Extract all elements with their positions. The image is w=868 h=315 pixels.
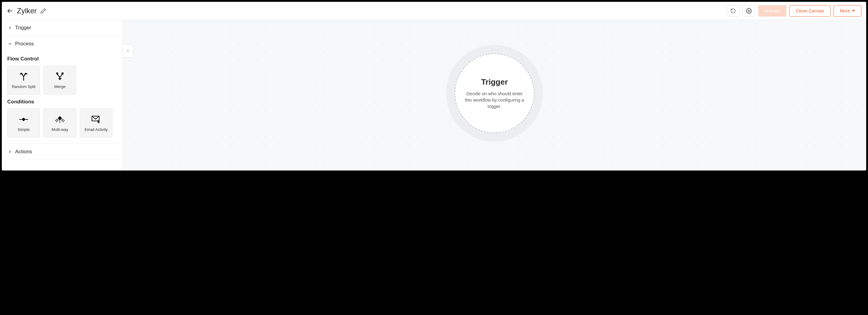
tile-merge[interactable]: Merge bbox=[43, 66, 76, 95]
edit-title-button[interactable] bbox=[40, 8, 46, 14]
section-trigger-label: Trigger bbox=[15, 25, 31, 31]
svg-point-14 bbox=[98, 121, 99, 122]
workflow-title: Zylker bbox=[17, 7, 37, 15]
conditions-row: Simple Multi-way Email Activity bbox=[7, 108, 117, 137]
close-canvas-label: Close Canvas bbox=[796, 8, 824, 13]
simple-condition-icon bbox=[19, 115, 28, 124]
section-actions-label: Actions bbox=[15, 149, 32, 155]
activate-label: Activate bbox=[764, 8, 780, 13]
process-content: Flow Control Random Split Merge bbox=[2, 56, 123, 144]
chevron-right-icon bbox=[8, 26, 12, 30]
tile-simple-label: Simple bbox=[18, 127, 30, 132]
svg-line-12 bbox=[62, 119, 64, 121]
tile-multi-way[interactable]: Multi-way bbox=[43, 108, 76, 137]
more-button[interactable]: More bbox=[834, 5, 861, 17]
multi-way-icon bbox=[55, 115, 65, 124]
section-trigger[interactable]: Trigger bbox=[2, 20, 123, 36]
tile-random-split-label: Random Split bbox=[12, 84, 35, 89]
flow-control-heading: Flow Control bbox=[7, 56, 117, 62]
svg-marker-6 bbox=[22, 118, 25, 121]
tile-random-split[interactable]: Random Split bbox=[7, 66, 40, 95]
app-frame: Zylker Activate Close Canvas More bbox=[2, 2, 866, 170]
activate-button[interactable]: Activate bbox=[758, 5, 786, 17]
body: Trigger Process Flow Control Random Spli… bbox=[2, 20, 866, 170]
header-right: Activate Close Canvas More bbox=[727, 5, 861, 17]
chevron-left-icon bbox=[126, 49, 130, 53]
arrow-left-icon bbox=[7, 7, 13, 14]
collapse-sidebar-button[interactable] bbox=[123, 44, 133, 57]
svg-line-11 bbox=[55, 119, 58, 121]
merge-icon bbox=[55, 72, 64, 81]
conditions-heading: Conditions bbox=[7, 99, 117, 105]
close-canvas-button[interactable]: Close Canvas bbox=[789, 5, 830, 17]
header-left: Zylker bbox=[7, 7, 46, 15]
tile-email-activity[interactable]: Email Activity bbox=[80, 108, 113, 137]
random-split-icon bbox=[19, 72, 28, 81]
trigger-placeholder-inner: Trigger Decide on who should enter this … bbox=[455, 54, 534, 133]
refresh-button[interactable] bbox=[727, 5, 740, 17]
tile-email-activity-label: Email Activity bbox=[85, 127, 108, 132]
svg-marker-2 bbox=[852, 10, 855, 12]
section-actions[interactable]: Actions bbox=[2, 144, 123, 160]
section-process-label: Process bbox=[15, 41, 34, 47]
header-bar: Zylker Activate Close Canvas More bbox=[2, 2, 866, 20]
svg-line-9 bbox=[56, 120, 58, 122]
gear-icon bbox=[746, 8, 752, 14]
flow-control-row: Random Split Merge bbox=[7, 66, 117, 95]
trigger-placeholder[interactable]: Trigger Decide on who should enter this … bbox=[446, 45, 543, 142]
trigger-placeholder-title: Trigger bbox=[481, 77, 508, 87]
trigger-placeholder-description: Decide on who should enter this workflow… bbox=[464, 90, 525, 109]
tile-simple[interactable]: Simple bbox=[7, 108, 40, 137]
tile-multi-way-label: Multi-way bbox=[52, 127, 68, 132]
chevron-down-icon bbox=[8, 42, 12, 46]
refresh-icon bbox=[731, 8, 736, 13]
svg-line-10 bbox=[61, 120, 63, 122]
section-process[interactable]: Process bbox=[2, 36, 123, 52]
caret-down-icon bbox=[852, 9, 855, 12]
svg-point-1 bbox=[748, 10, 750, 11]
sidebar: Trigger Process Flow Control Random Spli… bbox=[2, 20, 123, 170]
back-button[interactable] bbox=[7, 7, 13, 14]
tile-merge-label: Merge bbox=[55, 84, 66, 89]
settings-button[interactable] bbox=[743, 5, 755, 17]
more-label: More bbox=[840, 8, 850, 13]
pencil-icon bbox=[40, 8, 46, 14]
email-activity-icon bbox=[91, 115, 101, 124]
workflow-canvas[interactable]: Trigger Decide on who should enter this … bbox=[123, 20, 866, 170]
chevron-right-icon bbox=[8, 150, 12, 154]
